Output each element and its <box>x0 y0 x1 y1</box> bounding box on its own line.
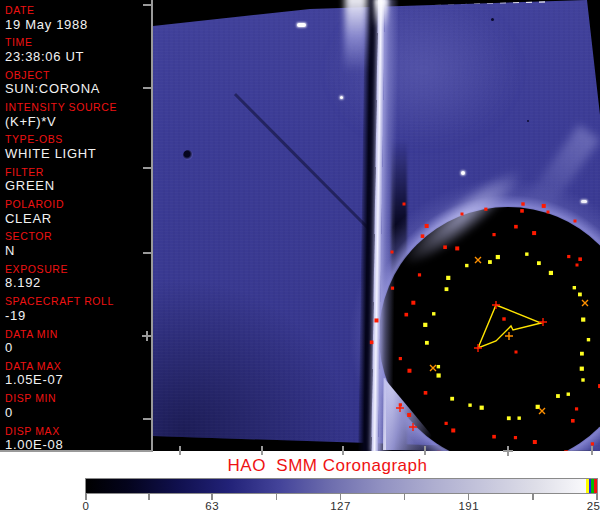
fiducial-overlay <box>153 0 600 451</box>
field-label: SPACECRAFT ROLL <box>5 296 150 307</box>
plot-title: HAO SMM Coronagraph <box>170 456 485 476</box>
yellow-fiducial-ring-dot <box>450 397 454 401</box>
metadata-sidebar: DATE19 May 1988TIME23:38:06 UTOBJECTSUN:… <box>0 0 151 450</box>
red-inner-fiducial-ring-dot <box>514 225 518 229</box>
red-inner-fiducial-ring-dot <box>567 255 570 258</box>
left-axis-tick <box>143 252 152 254</box>
yellow-fiducial-ring-dot <box>425 341 429 345</box>
red-inner-fiducial-ring-dot <box>407 369 411 373</box>
yellow-fiducial-ring-dot <box>581 317 585 321</box>
cross-marker <box>430 365 436 371</box>
yellow-fiducial-ring-dot <box>517 416 520 419</box>
red-outer-fiducial-ring-dot <box>520 209 524 213</box>
sun-center-left-mark <box>146 331 148 341</box>
colorbar-tick-label: 255 <box>577 500 600 512</box>
red-inner-fiducial-ring-dot <box>404 313 408 317</box>
metadata-field: SECTORN <box>5 231 150 257</box>
yellow-fiducial-ring-dot <box>556 394 560 398</box>
red-inner-fiducial-ring-dot <box>575 407 578 410</box>
plus-marker <box>396 404 404 412</box>
red-outer-fiducial-ring-dot <box>484 208 487 211</box>
colorbar <box>85 478 598 494</box>
colorbar-tick <box>276 494 278 500</box>
field-label: POLAROID <box>5 199 150 210</box>
yellow-fiducial-ring-dot <box>580 352 584 356</box>
red-inner-fiducial-ring-dot <box>418 273 421 276</box>
plus-marker <box>492 301 500 309</box>
colorbar-stripe <box>589 479 592 493</box>
metadata-field: FILTERGREEN <box>5 167 150 193</box>
red-inner-fiducial-ring-dot <box>445 422 448 425</box>
bottom-axis-tick <box>424 446 426 455</box>
field-label: DISP MAX <box>5 426 150 437</box>
metadata-field: INTENSITY SOURCE(K+F)*V <box>5 102 150 128</box>
field-label: SECTOR <box>5 231 150 242</box>
colorbar-tick <box>404 494 406 500</box>
red-inner-fiducial-ring-dot <box>455 246 459 250</box>
yellow-fiducial-ring-dot <box>580 367 584 371</box>
red-outer-fiducial-ring-dot <box>374 318 378 322</box>
coronagraph-viewer: { "window": {"title": "HAO SMM Coronagra… <box>0 0 600 512</box>
colorbar-stripe <box>591 479 594 493</box>
red-outer-fiducial-ring-dot <box>407 413 411 417</box>
fiducial-dot <box>576 264 579 267</box>
field-value: CLEAR <box>5 212 150 225</box>
metadata-field: OBJECTSUN:CORONA <box>5 70 150 96</box>
image-viewport <box>153 0 600 451</box>
yellow-fiducial-ring-dot <box>549 271 553 275</box>
field-value: -19 <box>5 309 150 322</box>
field-value: (K+F)*V <box>5 115 150 128</box>
field-label: OBJECT <box>5 70 150 81</box>
fiducial-dot <box>502 317 505 320</box>
fiducial-dot <box>521 202 524 205</box>
field-label: INTENSITY SOURCE <box>5 102 150 113</box>
fiducial-dot <box>515 351 518 354</box>
red-inner-fiducial-ring-dot <box>399 357 402 360</box>
yellow-fiducial-ring-dot <box>432 312 435 315</box>
field-label: TIME <box>5 37 150 48</box>
cross-marker <box>539 408 545 414</box>
colorbar-stripe <box>594 479 597 493</box>
yellow-fiducial-ring-dot <box>587 338 590 341</box>
metadata-field: TIME23:38:06 UT <box>5 37 150 63</box>
red-inner-fiducial-ring-dot <box>443 245 447 249</box>
field-value: 1.05E-07 <box>5 373 150 386</box>
field-value: 0 <box>5 406 150 419</box>
red-outer-fiducial-ring-dot <box>542 204 546 208</box>
cross-marker <box>582 300 588 306</box>
colorbar-tick <box>148 494 150 500</box>
yellow-fiducial-ring-dot <box>507 416 511 420</box>
fiducial-dot <box>574 220 577 223</box>
metadata-field: DISP MAX1.00E-08 <box>5 426 150 452</box>
metadata-field: POLAROIDCLEAR <box>5 199 150 225</box>
red-outer-fiducial-ring-dot <box>370 341 374 345</box>
bottom-axis-tick <box>342 446 344 455</box>
yellow-fiducial-ring-dot <box>465 264 468 267</box>
yellow-fiducial-ring-dot <box>488 260 492 264</box>
field-label: DATA MAX <box>5 361 150 372</box>
yellow-fiducial-ring-dot <box>573 286 576 289</box>
fiducial-dot <box>581 378 584 381</box>
left-axis-tick <box>143 418 152 420</box>
red-outer-fiducial-ring-dot <box>391 287 394 290</box>
colorbar-tick-label: 127 <box>320 500 360 512</box>
field-value: 19 May 1988 <box>5 18 150 31</box>
yellow-fiducial-ring-dot <box>567 392 570 395</box>
field-label: DATA MIN <box>5 329 150 340</box>
red-inner-fiducial-ring-dot <box>451 428 455 432</box>
colorbar-tick <box>532 494 534 500</box>
yellow-fiducial-ring-dot <box>480 406 484 410</box>
bottom-axis-tick <box>261 446 263 455</box>
field-value: 8.192 <box>5 276 150 289</box>
red-inner-fiducial-ring-dot <box>411 301 415 305</box>
sun-center-bottom-mark <box>507 446 509 456</box>
bottom-axis-tick <box>591 446 593 455</box>
cross-marker <box>475 257 481 263</box>
red-inner-fiducial-ring-dot <box>578 257 582 261</box>
metadata-field: DATE19 May 1988 <box>5 5 150 31</box>
left-axis-tick <box>143 4 152 6</box>
fiducial-dot <box>391 251 394 254</box>
plus-marker <box>539 318 547 326</box>
red-outer-fiducial-ring-dot <box>421 234 425 238</box>
colorbar-tick-label: 191 <box>449 500 489 512</box>
